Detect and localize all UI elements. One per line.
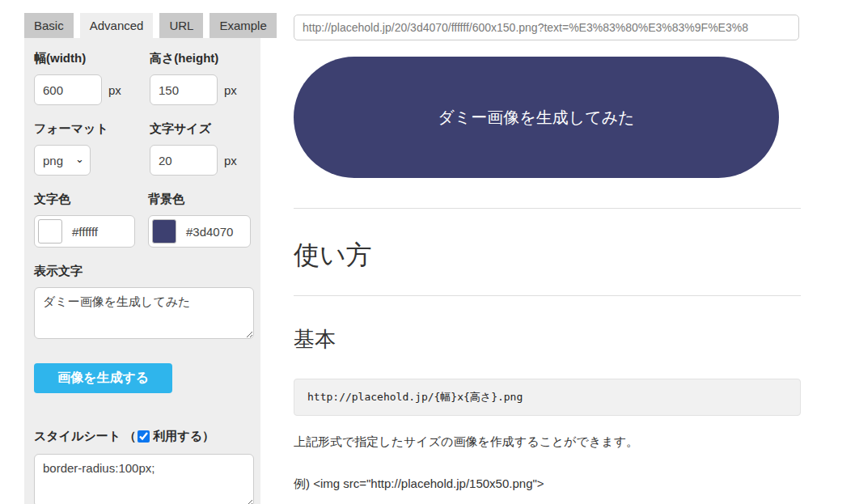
stylesheet-textarea[interactable]: border-radius:100px; — [34, 454, 254, 504]
preview-image: ダミー画像を生成してみた — [294, 57, 779, 178]
generated-url-input[interactable] — [294, 15, 799, 40]
width-unit: px — [108, 83, 121, 97]
usage-heading: 使い方 — [294, 240, 801, 270]
width-label: 幅(width) — [34, 51, 150, 66]
bg-color-label: 背景色 — [148, 192, 251, 207]
divider — [294, 295, 801, 296]
display-text-textarea[interactable]: ダミー画像を生成してみた — [34, 287, 254, 339]
preview-image-text: ダミー画像を生成してみた — [438, 107, 634, 129]
format-label: フォーマット — [34, 121, 150, 137]
width-input[interactable] — [34, 74, 102, 105]
divider — [294, 208, 801, 209]
stylesheet-label-close: ） — [202, 429, 214, 444]
text-color-value: #ffffff — [72, 225, 98, 239]
height-label: 高さ(height) — [150, 51, 251, 66]
tab-advanced[interactable]: Advanced — [80, 13, 154, 38]
main-content: ダミー画像を生成してみた 使い方 基本 http://placehold.jp/… — [294, 0, 801, 492]
format-select[interactable]: png — [34, 145, 91, 176]
stylesheet-label: スタイルシート （ — [34, 429, 136, 444]
text-color-swatch[interactable] — [38, 219, 62, 244]
generator-sidebar: Basic Advanced URL Example 幅(width) px 高… — [24, 13, 260, 504]
bg-color-value: #3d4070 — [186, 225, 233, 239]
text-color-field[interactable]: #ffffff — [34, 215, 135, 248]
tab-url[interactable]: URL — [159, 13, 203, 38]
tab-example[interactable]: Example — [210, 13, 276, 38]
tab-bar: Basic Advanced URL Example — [24, 13, 260, 38]
height-input[interactable] — [150, 74, 218, 105]
fontsize-label: 文字サイズ — [150, 121, 251, 137]
display-text-label: 表示文字 — [34, 264, 251, 279]
stylesheet-use-label: 利用する — [153, 429, 202, 444]
bg-color-field[interactable]: #3d4070 — [148, 215, 251, 248]
height-unit: px — [224, 83, 237, 97]
fontsize-input[interactable] — [150, 145, 218, 176]
advanced-panel: 幅(width) px 高さ(height) px フォーマット pn — [24, 38, 260, 504]
bg-color-swatch[interactable] — [152, 219, 176, 244]
tab-basic[interactable]: Basic — [24, 13, 74, 38]
stylesheet-use-checkbox[interactable] — [138, 430, 150, 443]
usage-example: 例) <img src="http://placehold.jp/150x50.… — [294, 476, 801, 492]
generate-image-button[interactable]: 画像を生成する — [34, 363, 172, 393]
text-color-label: 文字色 — [34, 192, 148, 207]
usage-description: 上記形式で指定したサイズの画像を作成することができます。 — [294, 434, 801, 450]
basic-heading: 基本 — [294, 328, 801, 352]
url-format-code: http://placehold.jp/{幅}x{高さ}.png — [294, 379, 801, 416]
fontsize-unit: px — [224, 154, 237, 167]
